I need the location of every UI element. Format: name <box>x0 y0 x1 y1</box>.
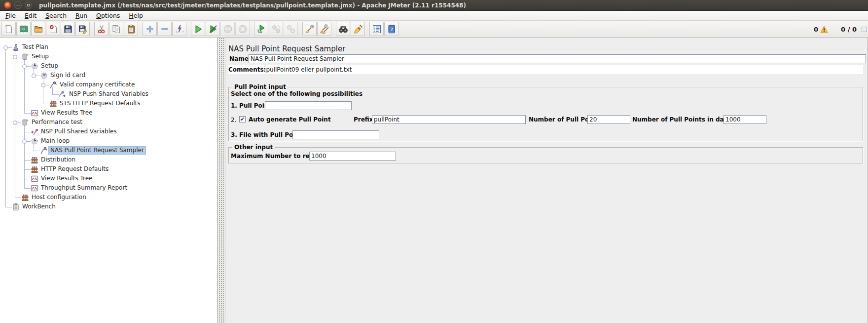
toolbar-cut-button[interactable] <box>94 22 108 36</box>
status-indicator <box>862 27 867 32</box>
toolbar-stop-button[interactable]: STOP <box>220 22 235 36</box>
maximize-window-icon[interactable] <box>25 1 32 9</box>
tree-node-main-loop[interactable]: Main loop <box>0 137 217 146</box>
toolbar-search-reset-button[interactable] <box>351 22 365 36</box>
menu-run[interactable]: Run <box>71 11 92 20</box>
tree-node-view-results-tree[interactable]: View Results Tree <box>0 109 217 118</box>
tree-node-label: Host configuration <box>30 194 88 201</box>
tree-expand-handle[interactable] <box>22 64 27 69</box>
tree-node-setup[interactable]: Setup <box>0 52 217 62</box>
tree-node-label: WorkBench <box>21 203 57 210</box>
tree-node-nas-pull-point-request-sampler[interactable]: NAS Pull Point Request Sampler <box>0 146 217 156</box>
toolbar-open-file-button[interactable] <box>31 22 45 36</box>
toolbar-copy-button[interactable] <box>109 22 123 36</box>
toolbar-start-button[interactable] <box>191 22 205 36</box>
window-title: pullpoint.template.jmx (/tests/nas/src/t… <box>39 2 466 9</box>
toolbar-function-helper-button[interactable] <box>369 22 384 36</box>
plus-icon <box>145 24 155 34</box>
threadgroup-icon <box>21 119 29 126</box>
tree-node-distribution[interactable]: Distribution <box>0 156 217 165</box>
num-db-input[interactable] <box>723 115 766 124</box>
close-window-icon[interactable]: ✕ <box>4 1 11 9</box>
shutdown-icon <box>238 24 248 34</box>
cut-icon <box>97 24 107 34</box>
tree-expand-handle[interactable] <box>13 121 17 125</box>
toolbar-paste-button[interactable] <box>124 22 138 36</box>
name-label: Name: <box>229 55 251 62</box>
toolbar-start-no-timers-button[interactable] <box>206 22 220 36</box>
menu-search[interactable]: Search <box>41 11 71 20</box>
tree-expand-handle[interactable] <box>32 74 36 78</box>
toolbar-remote-start-all-button[interactable] <box>254 22 268 36</box>
tree-panel[interactable]: Test PlanSetupSetupSign id cardValid com… <box>0 38 218 323</box>
tree-node-label: Test Plan <box>21 43 50 51</box>
tree-expand-handle[interactable] <box>13 55 17 59</box>
tree-node-sts-http-request-defaults[interactable]: STS HTTP Request Defaults <box>0 99 217 109</box>
toolbar-remote-shutdown-all-button[interactable] <box>284 22 298 36</box>
controller-icon <box>31 62 38 70</box>
sampler-icon <box>40 147 48 155</box>
tree-expand-handle[interactable] <box>41 83 45 87</box>
tree-node-label: NSP Push Shared Variables <box>68 90 150 98</box>
toolbar-clear-all-button[interactable] <box>317 22 331 36</box>
toolbar-collapse-all-button[interactable] <box>157 22 172 36</box>
tree-node-nsp-push-shared-variables[interactable]: NSP Push Shared Variables <box>0 90 217 99</box>
toolbar-help-button[interactable]: ? <box>384 22 398 36</box>
tree-node-label: Sign id card <box>49 72 87 79</box>
toolbar-expand-all-button[interactable] <box>143 22 157 36</box>
tree-node-throughput-summary-report[interactable]: Throughput Summary Report <box>0 184 217 193</box>
toolbar-open-templates-button[interactable] <box>16 22 31 36</box>
controller-icon <box>40 72 48 80</box>
tree-node-test-plan[interactable]: Test Plan <box>0 43 217 52</box>
menu-help[interactable]: Help <box>124 11 147 20</box>
max-retrieve-input[interactable] <box>309 152 396 161</box>
toolbar-save-as-button[interactable] <box>75 22 90 36</box>
toolbar-close-file-button[interactable] <box>46 22 60 36</box>
pull-point-input[interactable] <box>265 101 352 110</box>
listener-icon <box>31 109 38 117</box>
tree-node-view-results-tree[interactable]: View Results Tree <box>0 174 217 184</box>
copy-icon <box>111 24 121 34</box>
tree-node-performance-test[interactable]: Performance test <box>0 118 217 127</box>
tree-node-sign-id-card[interactable]: Sign id card <box>0 71 217 81</box>
tree-node-nsp-pull-shared-variables[interactable]: NSP Pull Shared Variables <box>0 127 217 137</box>
comments-input[interactable]: pullPoint09 eller pullpoint.txt <box>266 66 352 73</box>
split-divider[interactable] <box>218 38 225 323</box>
tree-connector <box>34 151 40 151</box>
tree-node-http-request-defaults[interactable]: HTTP Request Defaults <box>0 165 217 174</box>
jmeter-window: { "window": { "title": "pullpoint.templa… <box>0 0 868 323</box>
tree-node-setup[interactable]: Setup <box>0 62 217 71</box>
menu-file[interactable]: File <box>1 11 20 20</box>
tree-node-valid-company-certificate[interactable]: Valid company certificate <box>0 81 217 90</box>
toolbar-search-button[interactable] <box>336 22 350 36</box>
tree-connector <box>5 207 12 207</box>
remote-start-icon <box>256 24 266 34</box>
toolbar-new-file-button[interactable] <box>1 22 16 36</box>
tree-node-label: HTTP Request Defaults <box>39 165 110 173</box>
tree-connector <box>24 188 31 189</box>
threadgroup-icon <box>21 53 29 61</box>
tree-node-workbench[interactable]: WorkBench <box>0 202 217 212</box>
start-icon <box>193 24 203 34</box>
toolbar-save-button[interactable] <box>61 22 75 36</box>
prefix-input[interactable] <box>372 115 526 124</box>
close-icon <box>48 24 58 34</box>
tree-expand-handle[interactable] <box>3 45 8 50</box>
auto-generate-checkbox[interactable] <box>239 116 246 122</box>
toolbar-status: 0 0 / 0 <box>814 21 867 38</box>
menu-edit[interactable]: Edit <box>20 11 41 20</box>
testplan-icon <box>12 43 20 51</box>
file-pull-points-input[interactable] <box>292 130 379 139</box>
menu-options[interactable]: Options <box>92 11 124 20</box>
toolbar-shutdown-button[interactable] <box>235 22 250 36</box>
toolbar-clear-button[interactable] <box>302 22 317 36</box>
toolbar-remote-stop-all-button[interactable] <box>269 22 283 36</box>
tree-expand-handle[interactable] <box>22 139 27 144</box>
warning-icon[interactable] <box>818 26 828 33</box>
tree-node-host-configuration[interactable]: Host configuration <box>0 193 217 202</box>
toolbar-toggle-button[interactable] <box>172 22 186 36</box>
name-input[interactable] <box>249 54 866 63</box>
config-icon <box>31 156 38 164</box>
minimize-window-icon[interactable]: — <box>14 1 22 9</box>
num-pull-points-input[interactable] <box>587 115 630 124</box>
